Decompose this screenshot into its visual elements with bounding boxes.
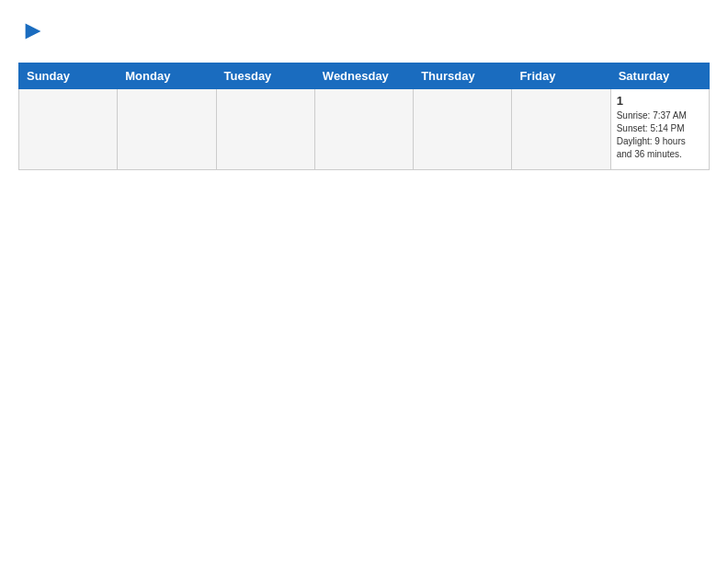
calendar-cell — [216, 89, 314, 170]
calendar-cell — [118, 89, 216, 170]
calendar-header-row: Sunday Monday Tuesday Wednesday Thursday… — [19, 63, 710, 89]
col-saturday: Saturday — [610, 63, 709, 89]
col-wednesday: Wednesday — [314, 63, 413, 89]
logo — [18, 18, 46, 48]
calendar-table: Sunday Monday Tuesday Wednesday Thursday… — [18, 63, 710, 170]
day-number: 1 — [617, 94, 703, 108]
calendar-cell — [414, 89, 512, 170]
col-friday: Friday — [512, 63, 610, 89]
calendar-week-1: 1Sunrise: 7:37 AM Sunset: 5:14 PM Daylig… — [19, 89, 710, 170]
day-info: Sunrise: 7:37 AM Sunset: 5:14 PM Dayligh… — [617, 109, 703, 161]
logo-icon — [20, 18, 46, 44]
calendar-cell — [512, 89, 610, 170]
calendar-cell — [314, 89, 413, 170]
page-header — [18, 18, 710, 48]
calendar-cell: 1Sunrise: 7:37 AM Sunset: 5:14 PM Daylig… — [610, 89, 709, 170]
col-tuesday: Tuesday — [216, 63, 314, 89]
col-monday: Monday — [118, 63, 216, 89]
col-sunday: Sunday — [19, 63, 118, 89]
col-thursday: Thursday — [414, 63, 512, 89]
svg-marker-0 — [26, 24, 41, 40]
calendar-cell — [19, 89, 118, 170]
